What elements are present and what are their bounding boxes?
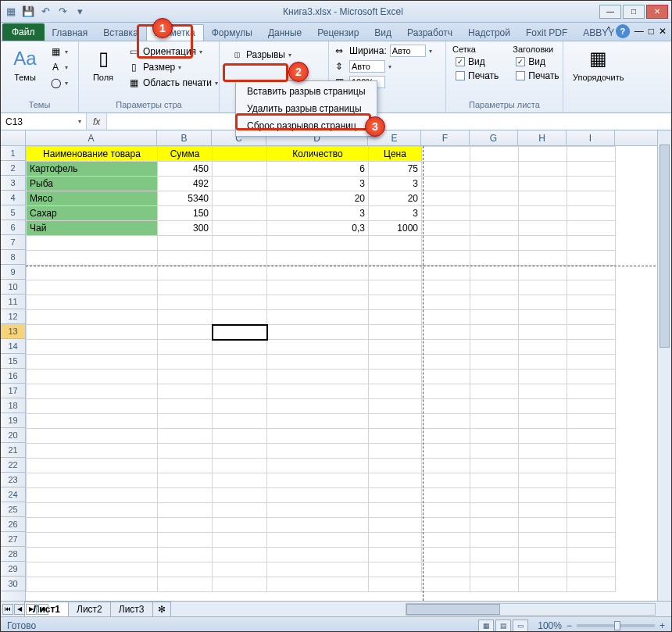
cell[interactable] <box>267 473 369 488</box>
cell[interactable] <box>158 384 213 399</box>
tab-view[interactable]: Вид <box>366 25 399 41</box>
cell[interactable] <box>369 518 422 533</box>
sheet-tab-2[interactable]: Лист2 <box>68 602 111 616</box>
cell[interactable] <box>422 429 470 444</box>
tab-review[interactable]: Рецензир <box>309 25 366 41</box>
row-header-21[interactable]: 21 <box>1 443 25 458</box>
cell[interactable] <box>470 251 519 266</box>
cell[interactable] <box>369 548 422 562</box>
arrange-button[interactable]: ▦ Упорядочить <box>570 45 627 84</box>
cell[interactable]: Чай <box>27 221 158 236</box>
cell[interactable] <box>158 399 213 414</box>
cell[interactable] <box>369 503 422 518</box>
cell[interactable]: 150 <box>158 206 213 221</box>
cell[interactable] <box>213 429 267 444</box>
cell[interactable] <box>422 503 470 518</box>
cell[interactable] <box>213 562 267 577</box>
maximize-button[interactable]: □ <box>623 5 645 19</box>
cell[interactable] <box>470 325 519 340</box>
cell[interactable] <box>213 295 267 310</box>
row-header-23[interactable]: 23 <box>1 473 25 487</box>
cell[interactable]: 3 <box>267 206 369 221</box>
cell[interactable] <box>470 310 519 325</box>
grid-view-checkbox[interactable]: ✓Вид <box>452 55 502 68</box>
cell[interactable] <box>470 177 519 191</box>
cell[interactable] <box>267 236 369 251</box>
cell[interactable]: 3 <box>369 206 422 221</box>
row-header-29[interactable]: 29 <box>1 562 25 577</box>
cell[interactable] <box>369 429 422 444</box>
cell[interactable] <box>267 370 369 384</box>
row-header-12[interactable]: 12 <box>1 309 25 324</box>
themes-button[interactable]: Aa Темы <box>7 45 43 84</box>
cell[interactable] <box>213 414 267 429</box>
cell[interactable] <box>422 518 470 533</box>
help-icon[interactable]: ? <box>616 24 630 38</box>
cell[interactable] <box>519 191 567 206</box>
tab-formulas[interactable]: Формулы <box>204 25 260 41</box>
grid-print-checkbox[interactable]: Печать <box>452 70 502 82</box>
cell[interactable] <box>369 355 422 370</box>
sheet-tab-3[interactable]: Лист3 <box>110 602 153 616</box>
cell[interactable] <box>27 295 158 310</box>
cell[interactable] <box>27 414 158 429</box>
cell[interactable] <box>567 355 616 370</box>
row-header-30[interactable]: 30 <box>1 577 25 591</box>
row-header-22[interactable]: 22 <box>1 458 25 473</box>
cell[interactable] <box>213 325 267 340</box>
cell[interactable] <box>158 414 213 429</box>
cell[interactable] <box>519 236 567 251</box>
cell[interactable] <box>213 355 267 370</box>
cell[interactable] <box>470 399 519 414</box>
cell[interactable] <box>27 444 158 459</box>
row-header-14[interactable]: 14 <box>1 339 25 354</box>
cell[interactable] <box>470 266 519 280</box>
cell[interactable] <box>369 295 422 310</box>
cell[interactable] <box>519 414 567 429</box>
cell[interactable] <box>519 177 567 191</box>
cell[interactable] <box>470 459 519 473</box>
cell[interactable] <box>422 355 470 370</box>
row-header-15[interactable]: 15 <box>1 354 25 369</box>
cell[interactable] <box>422 162 470 177</box>
row-header-27[interactable]: 27 <box>1 532 25 547</box>
row-header-13[interactable]: 13 <box>1 324 25 339</box>
cell[interactable]: Рыба <box>27 177 158 191</box>
row-header-8[interactable]: 8 <box>1 250 25 265</box>
horizontal-scrollbar[interactable] <box>406 603 656 616</box>
cell[interactable] <box>567 533 616 548</box>
cell[interactable] <box>422 577 470 592</box>
cell[interactable] <box>519 162 567 177</box>
cell[interactable] <box>567 459 616 473</box>
cell[interactable] <box>158 503 213 518</box>
cell[interactable] <box>267 399 369 414</box>
cell[interactable] <box>213 206 267 221</box>
formula-input[interactable] <box>106 113 671 130</box>
cell[interactable] <box>158 518 213 533</box>
cell[interactable] <box>422 444 470 459</box>
cell[interactable] <box>27 533 158 548</box>
fx-icon[interactable]: fx <box>87 116 106 127</box>
cell[interactable] <box>422 147 470 162</box>
col-f[interactable]: F <box>421 130 470 145</box>
cell[interactable] <box>27 325 158 340</box>
cell[interactable]: Количество <box>267 147 369 162</box>
cell[interactable] <box>519 280 567 295</box>
cell[interactable] <box>27 429 158 444</box>
cell[interactable] <box>519 577 567 592</box>
cell[interactable] <box>27 266 158 280</box>
cell[interactable] <box>422 251 470 266</box>
cell[interactable] <box>27 280 158 295</box>
cell[interactable] <box>567 251 616 266</box>
name-box[interactable]: C13▾ <box>1 113 87 130</box>
cell[interactable] <box>567 473 616 488</box>
row-header-2[interactable]: 2 <box>1 161 25 176</box>
minimize-ribbon-icon[interactable]: ˄ <box>606 26 611 37</box>
select-all-corner[interactable] <box>1 130 26 145</box>
cell[interactable] <box>422 191 470 206</box>
cell[interactable] <box>470 384 519 399</box>
cell[interactable] <box>470 221 519 236</box>
cell[interactable] <box>267 384 369 399</box>
zoom-out[interactable]: − <box>567 620 572 631</box>
zoom-slider[interactable] <box>577 624 655 627</box>
